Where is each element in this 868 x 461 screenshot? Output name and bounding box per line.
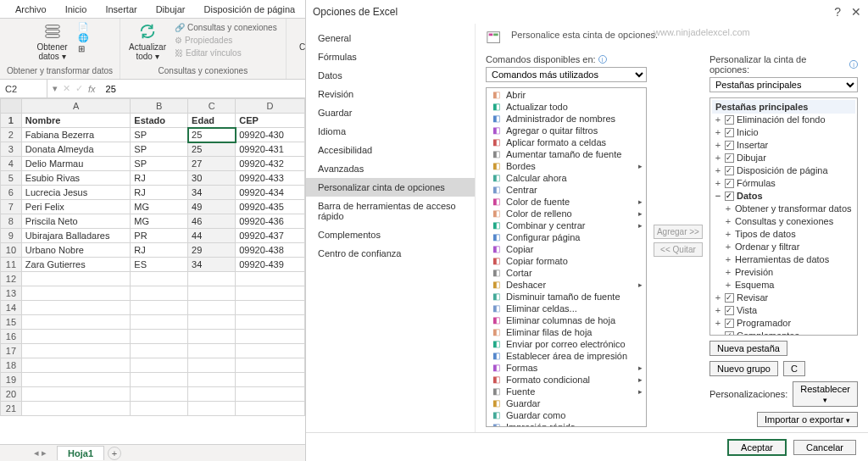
cell[interactable]: 34: [188, 186, 236, 200]
options-category[interactable]: Accesibilidad: [306, 141, 475, 159]
tree-twisty-icon[interactable]: +: [724, 241, 732, 253]
cell[interactable]: RJ: [131, 243, 188, 258]
tree-node[interactable]: +Herramientas de datos: [712, 253, 855, 266]
from-table-icon[interactable]: ⊞: [78, 44, 88, 53]
reset-button[interactable]: Restablecer: [793, 381, 858, 407]
tree-twisty-icon[interactable]: +: [714, 317, 722, 330]
cell[interactable]: 27: [188, 157, 236, 171]
command-item[interactable]: ◧Combinar y centrar▸: [487, 219, 645, 231]
properties-item[interactable]: ⚙Propiedades: [173, 35, 279, 46]
cell[interactable]: RJ: [131, 186, 188, 200]
tree-checkbox[interactable]: ✓: [725, 319, 734, 328]
tree-node[interactable]: +✓Disposición de página: [712, 164, 855, 177]
command-item[interactable]: ◧Eliminar filas de hoja: [487, 326, 645, 338]
tree-checkbox[interactable]: ✓: [725, 128, 734, 137]
cell[interactable]: ES: [131, 258, 188, 272]
command-item[interactable]: ◧Establecer área de impresión: [487, 350, 645, 362]
options-category[interactable]: Personalizar cinta de opciones: [306, 178, 475, 197]
tree-checkbox[interactable]: ✓: [725, 166, 734, 175]
command-item[interactable]: ◧Actualizar todo: [487, 101, 645, 113]
command-item[interactable]: ◧Eliminar columnas de hoja: [487, 314, 645, 326]
cell[interactable]: 25: [188, 142, 236, 157]
cell[interactable]: 09920-437: [236, 229, 305, 243]
tree-twisty-icon[interactable]: −: [714, 190, 722, 203]
tree-checkbox[interactable]: ✓: [725, 115, 734, 125]
tree-twisty-icon[interactable]: +: [714, 126, 722, 139]
cell[interactable]: 34: [188, 258, 236, 272]
refresh-all-button[interactable]: Actualizar todo ▾: [127, 20, 168, 61]
tree-node[interactable]: +✓Insertar: [712, 139, 855, 152]
cell[interactable]: Urbano Nobre: [21, 243, 131, 258]
cell[interactable]: Lucrecia Jesus: [21, 186, 131, 200]
options-category[interactable]: Avanzadas: [306, 159, 475, 178]
name-box[interactable]: C2: [0, 80, 47, 97]
add-button[interactable]: Agregar >>: [654, 225, 703, 239]
tree-twisty-icon[interactable]: +: [714, 152, 722, 164]
tree-node[interactable]: +✓Programador: [712, 317, 855, 330]
command-item[interactable]: ◧Configurar página: [487, 231, 645, 243]
tree-twisty-icon[interactable]: +: [724, 215, 732, 228]
commands-listbox[interactable]: ◧Abrir◧Actualizar todo◧Administrador de …: [486, 87, 647, 427]
tab-dibujar[interactable]: Dibujar: [147, 2, 194, 17]
info-icon[interactable]: i: [849, 60, 858, 69]
options-category[interactable]: Fórmulas: [306, 47, 475, 66]
cell[interactable]: 44: [188, 229, 236, 243]
tab-inicio[interactable]: Inicio: [57, 2, 96, 17]
cell[interactable]: Zara Gutierres: [21, 258, 131, 272]
get-data-button[interactable]: Obtener datos ▾: [32, 20, 73, 61]
command-item[interactable]: ◧Color de fuente▸: [487, 196, 645, 208]
tree-checkbox[interactable]: ✓: [725, 141, 734, 150]
tree-checkbox[interactable]: ✓: [725, 306, 734, 315]
command-item[interactable]: ◧Centrar: [487, 184, 645, 196]
tree-checkbox[interactable]: ✓: [725, 331, 734, 336]
ribbon-tabs-combo[interactable]: Pestañas principales: [709, 77, 858, 92]
command-item[interactable]: ◧Enviar por correo electrónico: [487, 338, 645, 350]
tree-node[interactable]: +Tipos de datos: [712, 228, 855, 241]
options-category[interactable]: Revisión: [306, 85, 475, 103]
tree-node[interactable]: +Ordenar y filtrar: [712, 241, 855, 253]
command-item[interactable]: ◧Eliminar celdas...: [487, 303, 645, 314]
spreadsheet-grid[interactable]: ABCD1NombreEstadoEdadCEP2Fabiana Bezerra…: [0, 98, 305, 444]
commands-from-combo[interactable]: Comandos más utilizados: [486, 67, 647, 82]
tree-node[interactable]: +Previsión: [712, 266, 855, 279]
command-item[interactable]: ◧Guardar como: [487, 409, 645, 421]
command-item[interactable]: ◧Impresión rápida: [487, 421, 645, 427]
ok-button[interactable]: Aceptar: [727, 439, 787, 456]
tree-node[interactable]: +Consultas y conexiones: [712, 215, 855, 228]
tree-checkbox[interactable]: ✓: [725, 179, 734, 188]
command-item[interactable]: ◧Aplicar formato a celdas: [487, 136, 645, 148]
cell[interactable]: 09920-436: [236, 214, 305, 229]
queries-connections-item[interactable]: 🔗Consultas y conexiones: [173, 22, 279, 33]
cell[interactable]: Esubio Rivas: [21, 171, 131, 186]
cell[interactable]: 09920-434: [236, 186, 305, 200]
cell[interactable]: MG: [131, 200, 188, 214]
ribbon-tree[interactable]: Pestañas principales+✓Eliminación del fo…: [709, 97, 858, 336]
cell[interactable]: 09920-439: [236, 258, 305, 272]
options-category[interactable]: Guardar: [306, 103, 475, 122]
tree-twisty-icon[interactable]: +: [714, 114, 722, 126]
command-item[interactable]: ◧Disminuir tamaño de fuente: [487, 291, 645, 303]
cell[interactable]: Delio Marmau: [21, 157, 131, 171]
cell[interactable]: 09920-432: [236, 157, 305, 171]
confirm-icon[interactable]: ✓: [75, 83, 83, 94]
command-item[interactable]: ◧Administrador de nombres: [487, 113, 645, 125]
cell[interactable]: RJ: [131, 171, 188, 186]
options-category[interactable]: Barra de herramientas de acceso rápido: [306, 197, 475, 225]
tab-archivo[interactable]: Archivo: [7, 2, 55, 17]
command-item[interactable]: ◧Aumentar tamaño de fuente: [487, 148, 645, 160]
command-item[interactable]: ◧Abrir: [487, 89, 645, 101]
cell[interactable]: SP: [131, 142, 188, 157]
cell[interactable]: 25: [188, 128, 236, 142]
sheet-tab-hoja1[interactable]: Hoja1: [57, 446, 104, 460]
sheet-nav-icon[interactable]: ◂ ▸: [34, 447, 47, 458]
options-category[interactable]: Centro de confianza: [306, 244, 475, 263]
tree-twisty-icon[interactable]: +: [714, 164, 722, 177]
cell[interactable]: 09920-435: [236, 200, 305, 214]
info-icon[interactable]: i: [598, 55, 607, 64]
new-group-button[interactable]: Nuevo grupo: [709, 361, 778, 376]
cell[interactable]: Peri Felix: [21, 200, 131, 214]
tree-node[interactable]: +✓Revisar: [712, 292, 855, 304]
rename-button[interactable]: C: [783, 361, 805, 376]
tree-node[interactable]: +Esquema: [712, 279, 855, 292]
tree-twisty-icon[interactable]: +: [724, 253, 732, 266]
